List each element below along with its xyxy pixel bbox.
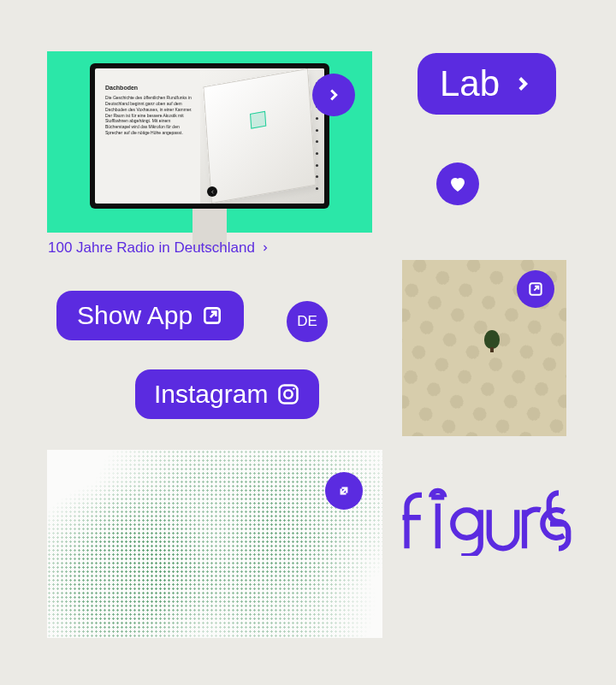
chevron-left-icon (210, 189, 216, 195)
expand-icon (335, 482, 352, 499)
next-project-button[interactable] (312, 74, 355, 116)
svg-rect-1 (280, 386, 298, 404)
monitor-body: Die Geschichte des öffentlichen Rundfunk… (105, 95, 195, 135)
show-app-button[interactable]: Show App (56, 291, 244, 340)
monitor-3d-view (200, 68, 324, 204)
monitor-text-panel: Dachboden Die Geschichte des öffentliche… (95, 68, 200, 204)
isometric-room (204, 68, 317, 204)
open-forest-button[interactable] (517, 270, 554, 308)
svg-point-3 (293, 387, 295, 389)
lab-label: Lab (440, 63, 500, 104)
figures-logotype (400, 479, 572, 556)
monitor-frame: Dachboden Die Geschichte des öffentliche… (90, 63, 329, 209)
chevron-right-icon (324, 86, 343, 104)
project-caption-text: 100 Jahre Radio in Deutschland (48, 239, 255, 257)
language-label: DE (297, 313, 317, 330)
external-link-icon (527, 280, 544, 298)
chevron-right-icon (512, 73, 534, 95)
instagram-icon (276, 382, 300, 406)
show-app-label: Show App (77, 301, 192, 330)
project-caption-link[interactable]: 100 Jahre Radio in Deutschland (48, 239, 270, 257)
like-button[interactable] (436, 162, 479, 205)
monitor-heading: Dachboden (105, 84, 195, 92)
monitor-screen: Dachboden Die Geschichte des öffentliche… (95, 68, 324, 204)
tree-icon (484, 330, 500, 349)
language-button[interactable]: DE (287, 301, 328, 342)
isometric-highlight (250, 111, 266, 129)
instagram-label: Instagram (154, 380, 268, 409)
chevron-right-icon (260, 243, 270, 253)
svg-point-2 (285, 390, 293, 398)
expand-dotmap-button[interactable] (325, 472, 363, 510)
lab-button[interactable]: Lab (418, 53, 556, 115)
instagram-button[interactable]: Instagram (135, 369, 319, 419)
heart-icon (447, 174, 468, 194)
external-link-icon (201, 304, 223, 327)
